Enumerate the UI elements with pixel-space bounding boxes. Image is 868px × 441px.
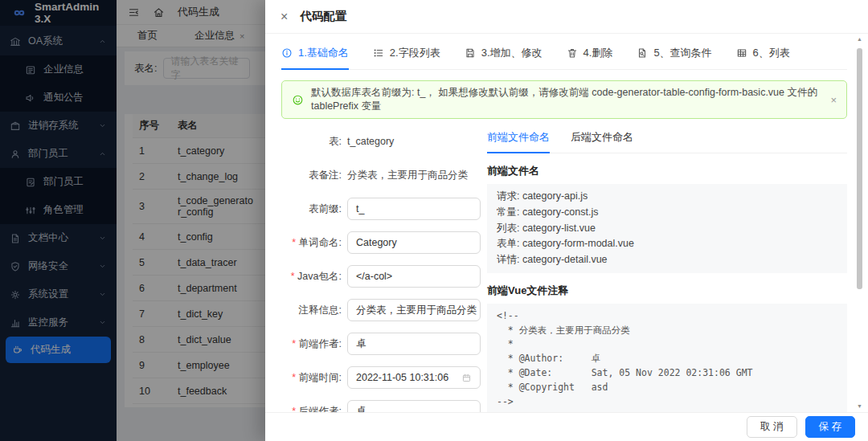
drawer-body: 1.基础命名2.字段列表3.增加、修改4.删除5、查询条件6、列表 默认数据库表… (265, 34, 868, 412)
form-row-word-naming: 单词命名:Category (281, 231, 481, 254)
drawer-scrollbar[interactable]: ▲ ▼ (856, 35, 863, 410)
save-button[interactable]: 保 存 (805, 416, 855, 438)
delete-icon (567, 47, 578, 59)
prefix-alert: 默认数据库表名前缀为: t_， 如果想修改默认前缀，请修改前端 code-gen… (281, 80, 847, 119)
table-prefix-input[interactable]: t_ (347, 198, 481, 220)
tab-list[interactable]: 6、列表 (736, 46, 790, 69)
field-label: 表: (281, 135, 342, 149)
form-row-backend-author: 后端作者:卓 (281, 400, 481, 412)
cancel-button[interactable]: 取 消 (747, 416, 796, 438)
config-tabs: 1.基础命名2.字段列表3.增加、修改4.删除5、查询条件6、列表 (281, 34, 847, 70)
form-row-table-remark: 表备注:分类表，主要用于商品分类 (281, 164, 481, 186)
tab-add-edit[interactable]: 3.增加、修改 (465, 46, 542, 69)
word-naming-input[interactable]: Category (347, 231, 481, 254)
code-config-drawer: × 代码配置 1.基础命名2.字段列表3.增加、修改4.删除5、查询条件6、列表… (265, 0, 868, 441)
table-remark-value: 分类表，主要用于商品分类 (347, 169, 468, 182)
field-label: 后端作者: (281, 405, 342, 413)
file-name-line: 列表: category-list.vue (497, 221, 837, 237)
field-label: 前端时间: (281, 371, 342, 385)
frontend-time-input[interactable]: 2022-11-05 10:31:06 (347, 366, 481, 389)
close-icon[interactable]: × (280, 10, 288, 23)
table-icon (736, 47, 747, 59)
section-title-frontend-vue-comment: 前端Vue文件注释 (487, 284, 847, 298)
field-label: 表备注: (281, 169, 342, 182)
alert-text: 默认数据库表名前缀为: t_， 如果想修改默认前缀，请修改前端 code-gen… (311, 86, 823, 113)
info-circle-icon (281, 47, 293, 59)
field-label: 单词命名: (281, 236, 342, 250)
file-name-line: 常量: category-const.js (497, 205, 837, 221)
section-title-frontend-file-names: 前端文件名 (487, 164, 847, 178)
basic-naming-form: 表:t_category表备注:分类表，主要用于商品分类表前缀:t_单词命名:C… (281, 130, 481, 412)
file-naming-panel: 前端文件命名后端文件命名 前端文件名请求: category-api.js常量:… (487, 130, 847, 412)
frontend-file-names-box: 请求: category-api.js常量: category-const.js… (487, 184, 847, 273)
form-row-java-package: Java包名:</a-col> (281, 265, 481, 288)
file-search-icon (637, 47, 648, 59)
smile-icon (292, 94, 304, 106)
form-row-comment-info: 注释信息:分类表，主要用于商品分类 (281, 299, 481, 321)
field-label: Java包名: (281, 270, 342, 284)
config-tab-label: 4.删除 (583, 46, 613, 60)
config-tab-label: 5、查询条件 (653, 46, 711, 60)
form-row-frontend-author: 前端作者:卓 (281, 333, 481, 355)
drawer-footer: 取 消 保 存 (265, 412, 868, 441)
backend-author-input[interactable]: 卓 (347, 400, 481, 412)
field-label: 前端作者: (281, 337, 342, 351)
frontend-vue-comment-code: <!-- * 分类表，主要用于商品分类 * * @Author: 卓 * @Da… (487, 304, 847, 412)
list-icon (373, 47, 384, 59)
tab-delete[interactable]: 4.删除 (567, 46, 613, 69)
file-name-line: 请求: category-api.js (497, 189, 837, 205)
tab-field-list[interactable]: 2.字段列表 (373, 46, 440, 69)
config-tab-label: 1.基础命名 (298, 46, 349, 60)
file-name-line: 详情: category-detail.vue (497, 252, 837, 268)
app-root: SmartAdmin 3.X OA系统企业信息通知公告进销存系统部门员工部门员工… (0, 0, 868, 441)
table-name-value: t_category (347, 136, 394, 147)
tab-query-condition[interactable]: 5、查询条件 (637, 46, 711, 69)
scroll-down-icon[interactable]: ▼ (856, 402, 863, 410)
form-row-table-name: 表:t_category (281, 130, 481, 153)
scroll-up-icon[interactable]: ▲ (856, 35, 863, 43)
config-tab-label: 2.字段列表 (390, 46, 440, 60)
field-label: 表前缀: (281, 202, 342, 216)
drawer-title: 代码配置 (300, 9, 346, 24)
alert-close-icon[interactable]: × (830, 94, 837, 106)
config-tab-label: 6、列表 (753, 46, 790, 60)
file-name-line: 表单: category-form-modal.vue (497, 236, 837, 252)
form-row-frontend-time: 前端时间:2022-11-05 10:31:06 (281, 366, 481, 389)
tab-basic-naming[interactable]: 1.基础命名 (281, 46, 349, 69)
config-tab-label: 3.增加、修改 (481, 46, 542, 60)
naming-tabs: 前端文件命名后端文件命名 (487, 130, 847, 153)
frontend-author-input[interactable]: 卓 (347, 333, 481, 355)
drawer-header: × 代码配置 (265, 0, 868, 34)
form-row-table-prefix: 表前缀:t_ (281, 198, 481, 220)
naming-tab-backend-file-naming[interactable]: 后端文件命名 (571, 130, 633, 153)
java-package-input[interactable]: </a-col> (347, 265, 481, 288)
comment-info-input[interactable]: 分类表，主要用于商品分类 (347, 299, 481, 321)
save-icon (465, 47, 476, 59)
naming-tab-frontend-file-naming[interactable]: 前端文件命名 (487, 130, 550, 153)
scrollbar-thumb[interactable] (857, 48, 862, 289)
calendar-icon (461, 373, 472, 383)
field-label: 注释信息: (281, 304, 342, 317)
